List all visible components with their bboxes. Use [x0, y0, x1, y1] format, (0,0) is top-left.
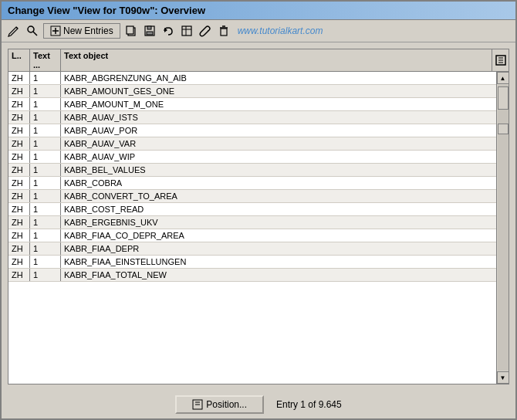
cell-l: ZH [8, 177, 30, 189]
cell-text: 1 [30, 216, 61, 229]
table-row[interactable]: ZH 1 KABR_ABGRENZUNG_AN_AIB [8, 72, 496, 85]
table-row[interactable]: ZH 1 KABR_AMOUNT_GES_ONE [8, 85, 496, 98]
new-entries-button[interactable]: New Entries [43, 23, 120, 39]
col-header-l: L.. [8, 49, 30, 71]
scroll-track[interactable] [498, 85, 509, 371]
cell-textobj: KABR_AUAV_POR [61, 124, 496, 137]
position-label: Position... [206, 399, 247, 410]
table-header: L.. Text ... Text object [8, 49, 509, 72]
table-row[interactable]: ZH 1 KABR_FIAA_DEPR [8, 242, 496, 256]
cell-text: 1 [30, 242, 61, 255]
table-row[interactable]: ZH 1 KABR_FIAA_EINSTELLUNGEN [8, 256, 496, 269]
cell-textobj: KABR_FIAA_CO_DEPR_AREA [61, 229, 496, 242]
scroll-up-arrow[interactable]: ▲ [497, 72, 509, 84]
cell-l: ZH [8, 164, 30, 176]
cell-textobj: KABR_AMOUNT_GES_ONE [61, 85, 496, 97]
cell-l: ZH [8, 137, 30, 150]
cell-l: ZH [8, 72, 30, 84]
delete-icon[interactable] [216, 23, 231, 39]
cell-text: 1 [30, 190, 61, 202]
cell-l: ZH [8, 203, 30, 215]
content-area: L.. Text ... Text object ZH 1 KABR_ABGRE… [2, 42, 515, 391]
window-title: Change View "View for T090w": Overview [8, 5, 205, 16]
table-row[interactable]: ZH 1 KABR_AUAV_POR [8, 124, 496, 137]
cell-text: 1 [30, 72, 61, 84]
cell-l: ZH [8, 229, 30, 242]
cell-l: ZH [8, 216, 30, 229]
data-table: L.. Text ... Text object ZH 1 KABR_ABGRE… [8, 49, 509, 384]
cell-textobj: KABR_BEL_VALUES [61, 164, 496, 176]
cell-l: ZH [8, 124, 30, 137]
table-rows: ZH 1 KABR_ABGRENZUNG_AN_AIB ZH 1 KABR_AM… [8, 72, 496, 384]
cell-textobj: KABR_AUAV_VAR [61, 137, 496, 150]
cell-text: 1 [30, 98, 61, 110]
toolbar: New Entries www.tutorialkart.com [2, 20, 515, 42]
svg-line-1 [33, 32, 37, 36]
cell-l: ZH [8, 256, 30, 268]
svg-rect-6 [127, 26, 133, 34]
table-row[interactable]: ZH 1 KABR_AMOUNT_M_ONE [8, 98, 496, 111]
edit-icon[interactable] [6, 23, 22, 39]
cell-textobj: KABR_AUAV_ISTS [61, 111, 496, 124]
table-icon[interactable] [179, 23, 194, 39]
cell-textobj: KABR_ERGEBNIS_UKV [61, 216, 496, 229]
cell-textobj: KABR_AMOUNT_M_ONE [61, 98, 496, 110]
table-row[interactable]: ZH 1 KABR_ERGEBNIS_UKV [8, 216, 496, 229]
cell-l: ZH [8, 85, 30, 97]
cell-textobj: KABR_FIAA_EINSTELLUNGEN [61, 256, 496, 268]
table-row[interactable]: ZH 1 KABR_AUAV_ISTS [8, 111, 496, 124]
cell-text: 1 [30, 177, 61, 189]
cell-text: 1 [30, 203, 61, 215]
col-header-icon[interactable] [492, 49, 509, 71]
cell-textobj: KABR_COST_READ [61, 203, 496, 215]
cell-text: 1 [30, 85, 61, 97]
table-row[interactable]: ZH 1 KABR_AUAV_WIP [8, 151, 496, 164]
cell-l: ZH [8, 242, 30, 255]
table-row[interactable]: ZH 1 KABR_BEL_VALUES [8, 164, 496, 177]
cell-text: 1 [30, 151, 61, 163]
col-header-textobj: Text object [61, 49, 492, 71]
cell-textobj: KABR_CONVERT_TO_AREA [61, 190, 496, 202]
table-row[interactable]: ZH 1 KABR_CONVERT_TO_AREA [8, 190, 496, 203]
cell-text: 1 [30, 124, 61, 137]
table-row[interactable]: ZH 1 KABR_FIAA_CO_DEPR_AREA [8, 229, 496, 242]
table-row[interactable]: ZH 1 KABR_AUAV_VAR [8, 137, 496, 151]
search-icon[interactable] [25, 23, 40, 39]
watermark: www.tutorialkart.com [238, 25, 323, 36]
scrollbar[interactable]: ▲ ▼ [496, 72, 509, 384]
cell-textobj: KABR_FIAA_TOTAL_NEW [61, 269, 496, 281]
save-icon[interactable] [142, 23, 157, 39]
status-bar: Position... Entry 1 of 9.645 [2, 391, 515, 418]
col-header-text: Text ... [30, 49, 61, 71]
position-button[interactable]: Position... [175, 395, 264, 414]
svg-rect-11 [182, 26, 191, 36]
new-entries-label: New Entries [63, 25, 113, 36]
main-window: Change View "View for T090w": Overview N… [0, 0, 517, 420]
attachment-icon[interactable] [198, 23, 213, 39]
table-row[interactable]: ZH 1 KABR_FIAA_TOTAL_NEW [8, 269, 496, 282]
scroll-small-thumb[interactable] [498, 124, 509, 134]
cell-text: 1 [30, 137, 61, 150]
cell-l: ZH [8, 111, 30, 124]
cell-l: ZH [8, 269, 30, 281]
cell-textobj: KABR_AUAV_WIP [61, 151, 496, 163]
svg-rect-8 [147, 26, 151, 29]
cell-l: ZH [8, 151, 30, 163]
table-row[interactable]: ZH 1 KABR_COST_READ [8, 203, 496, 216]
cell-textobj: KABR_COBRA [61, 177, 496, 189]
svg-point-0 [28, 26, 34, 32]
title-bar: Change View "View for T090w": Overview [2, 2, 515, 20]
scroll-down-arrow[interactable]: ▼ [497, 371, 509, 384]
table-row[interactable]: ZH 1 KABR_COBRA [8, 177, 496, 190]
cell-text: 1 [30, 256, 61, 268]
cell-l: ZH [8, 190, 30, 202]
scroll-thumb[interactable] [498, 86, 509, 110]
cell-l: ZH [8, 98, 30, 110]
table-body: ZH 1 KABR_ABGRENZUNG_AN_AIB ZH 1 KABR_AM… [8, 72, 509, 384]
cell-text: 1 [30, 269, 61, 281]
cell-text: 1 [30, 111, 61, 124]
cell-text: 1 [30, 229, 61, 242]
copy-icon[interactable] [123, 23, 139, 39]
undo-icon[interactable] [161, 23, 176, 39]
cell-textobj: KABR_ABGRENZUNG_AN_AIB [61, 72, 496, 84]
